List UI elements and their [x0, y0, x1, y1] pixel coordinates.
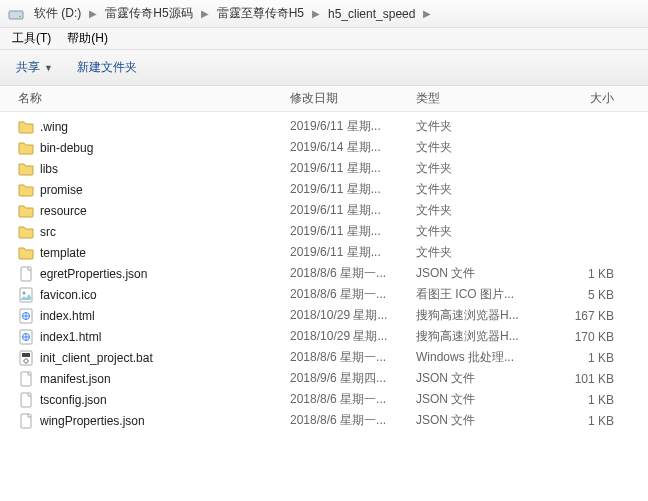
file-date: 2018/8/6 星期一...	[290, 349, 416, 366]
file-name: tsconfig.json	[40, 393, 107, 407]
file-date: 2019/6/11 星期...	[290, 202, 416, 219]
folder-icon	[18, 245, 34, 261]
chevron-down-icon: ▼	[44, 63, 53, 73]
menu-tools[interactable]: 工具(T)	[4, 29, 59, 49]
file-name: favicon.ico	[40, 288, 97, 302]
file-type: JSON 文件	[416, 265, 536, 282]
file-row[interactable]: src2019/6/11 星期...文件夹	[0, 221, 648, 242]
svg-rect-1	[19, 16, 21, 17]
drive-icon	[8, 6, 24, 22]
svg-rect-0	[9, 11, 23, 19]
chevron-right-icon: ▶	[199, 8, 211, 19]
menubar: 工具(T) 帮助(H)	[0, 28, 648, 50]
bat-icon	[18, 350, 34, 366]
header-size[interactable]: 大小	[536, 90, 626, 107]
file-row[interactable]: tsconfig.json2018/8/6 星期一...JSON 文件1 KB	[0, 389, 648, 410]
file-size: 1 KB	[536, 351, 626, 365]
new-folder-button[interactable]: 新建文件夹	[77, 59, 137, 76]
file-type: 搜狗高速浏览器H...	[416, 328, 536, 345]
column-headers: 名称 修改日期 类型 大小	[0, 86, 648, 112]
file-date: 2018/8/6 星期一...	[290, 412, 416, 429]
file-name: manifest.json	[40, 372, 111, 386]
breadcrumb-item[interactable]: 软件 (D:)	[28, 3, 87, 25]
svg-point-4	[23, 291, 26, 294]
menu-help[interactable]: 帮助(H)	[59, 29, 116, 49]
folder-icon	[18, 140, 34, 156]
folder-icon	[18, 161, 34, 177]
file-size: 101 KB	[536, 372, 626, 386]
file-name: template	[40, 246, 86, 260]
file-row[interactable]: wingProperties.json2018/8/6 星期一...JSON 文…	[0, 410, 648, 431]
svg-rect-12	[21, 372, 31, 386]
file-row[interactable]: init_client_project.bat2018/8/6 星期一...Wi…	[0, 347, 648, 368]
file-name: resource	[40, 204, 87, 218]
chevron-right-icon: ▶	[421, 8, 433, 19]
file-row[interactable]: resource2019/6/11 星期...文件夹	[0, 200, 648, 221]
ico-icon	[18, 287, 34, 303]
file-name: .wing	[40, 120, 68, 134]
breadcrumb[interactable]: 软件 (D:) ▶ 雷霆传奇H5源码 ▶ 雷霆至尊传奇H5 ▶ h5_clien…	[0, 0, 648, 28]
svg-rect-13	[21, 393, 31, 407]
file-date: 2018/10/29 星期...	[290, 328, 416, 345]
file-name: wingProperties.json	[40, 414, 145, 428]
file-size: 170 KB	[536, 330, 626, 344]
file-date: 2019/6/11 星期...	[290, 223, 416, 240]
file-date: 2018/9/6 星期四...	[290, 370, 416, 387]
file-date: 2019/6/14 星期...	[290, 139, 416, 156]
file-row[interactable]: favicon.ico2018/8/6 星期一...看图王 ICO 图片...5…	[0, 284, 648, 305]
file-row[interactable]: .wing2019/6/11 星期...文件夹	[0, 116, 648, 137]
breadcrumb-item[interactable]: 雷霆至尊传奇H5	[211, 3, 310, 25]
html-icon	[18, 329, 34, 345]
file-date: 2019/6/11 星期...	[290, 244, 416, 261]
folder-icon	[18, 224, 34, 240]
file-type: 看图王 ICO 图片...	[416, 286, 536, 303]
file-date: 2018/8/6 星期一...	[290, 391, 416, 408]
file-date: 2018/10/29 星期...	[290, 307, 416, 324]
share-label: 共享	[16, 59, 40, 76]
file-date: 2019/6/11 星期...	[290, 181, 416, 198]
file-name: bin-debug	[40, 141, 93, 155]
file-type: 文件夹	[416, 223, 536, 240]
file-row[interactable]: libs2019/6/11 星期...文件夹	[0, 158, 648, 179]
file-row[interactable]: bin-debug2019/6/14 星期...文件夹	[0, 137, 648, 158]
file-name: init_client_project.bat	[40, 351, 153, 365]
file-type: 文件夹	[416, 118, 536, 135]
file-row[interactable]: template2019/6/11 星期...文件夹	[0, 242, 648, 263]
file-date: 2018/8/6 星期一...	[290, 286, 416, 303]
file-row[interactable]: index1.html2018/10/29 星期...搜狗高速浏览器H...17…	[0, 326, 648, 347]
file-size: 167 KB	[536, 309, 626, 323]
breadcrumb-item[interactable]: 雷霆传奇H5源码	[99, 3, 198, 25]
folder-icon	[18, 203, 34, 219]
header-date[interactable]: 修改日期	[290, 90, 416, 107]
file-name: libs	[40, 162, 58, 176]
file-size: 1 KB	[536, 267, 626, 281]
file-row[interactable]: egretProperties.json2018/8/6 星期一...JSON …	[0, 263, 648, 284]
file-icon	[18, 413, 34, 429]
file-type: 文件夹	[416, 244, 536, 261]
file-type: Windows 批处理...	[416, 349, 536, 366]
file-icon	[18, 392, 34, 408]
header-name[interactable]: 名称	[0, 90, 290, 107]
file-name: index1.html	[40, 330, 101, 344]
breadcrumb-item[interactable]: h5_client_speed	[322, 3, 421, 25]
folder-icon	[18, 119, 34, 135]
file-icon	[18, 266, 34, 282]
header-type[interactable]: 类型	[416, 90, 536, 107]
file-name: egretProperties.json	[40, 267, 147, 281]
file-date: 2018/8/6 星期一...	[290, 265, 416, 282]
chevron-right-icon: ▶	[87, 8, 99, 19]
file-type: 文件夹	[416, 160, 536, 177]
file-size: 5 KB	[536, 288, 626, 302]
file-icon	[18, 371, 34, 387]
file-type: JSON 文件	[416, 412, 536, 429]
file-row[interactable]: promise2019/6/11 星期...文件夹	[0, 179, 648, 200]
file-list: .wing2019/6/11 星期...文件夹bin-debug2019/6/1…	[0, 112, 648, 431]
file-row[interactable]: manifest.json2018/9/6 星期四...JSON 文件101 K…	[0, 368, 648, 389]
toolbar: 共享 ▼ 新建文件夹	[0, 50, 648, 86]
file-row[interactable]: index.html2018/10/29 星期...搜狗高速浏览器H...167…	[0, 305, 648, 326]
share-button[interactable]: 共享 ▼	[16, 59, 53, 76]
file-name: src	[40, 225, 56, 239]
folder-icon	[18, 182, 34, 198]
file-type: 文件夹	[416, 139, 536, 156]
html-icon	[18, 308, 34, 324]
